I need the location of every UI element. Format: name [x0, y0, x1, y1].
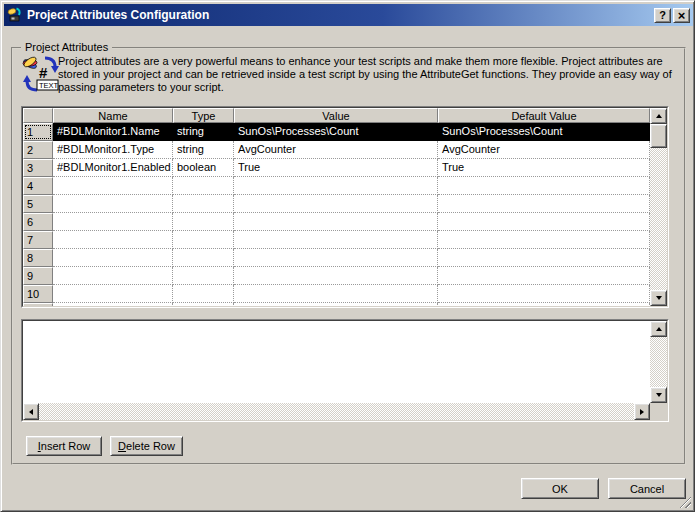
- row-number[interactable]: 7: [23, 231, 53, 249]
- cell-name[interactable]: #BDLMonitor1.Type: [53, 141, 173, 159]
- table-row[interactable]: 4: [23, 177, 650, 195]
- row-number[interactable]: 8: [23, 249, 53, 267]
- memo-horizontal-scrollbar[interactable]: [23, 403, 667, 420]
- cell-default-value[interactable]: [438, 195, 650, 213]
- row-number[interactable]: 5: [23, 195, 53, 213]
- cancel-button[interactable]: Cancel: [608, 478, 686, 499]
- table-row[interactable]: 6: [23, 213, 650, 231]
- window-title: Project Attributes Configuration: [27, 8, 652, 22]
- scroll-left-button[interactable]: [23, 403, 39, 420]
- cell-type[interactable]: [173, 267, 234, 285]
- cell-type[interactable]: [173, 177, 234, 195]
- scrollbar-track[interactable]: [39, 403, 634, 420]
- attributes-grid: Name Type Value Default Value 1 #BDLMoni…: [21, 106, 669, 308]
- delete-row-button[interactable]: Delete Row: [110, 436, 183, 456]
- hash-icon: #: [39, 64, 48, 81]
- cell-default-value[interactable]: AvgCounter: [438, 141, 650, 159]
- cell-name[interactable]: [53, 231, 173, 249]
- insert-row-button[interactable]: Insert Row: [26, 436, 102, 456]
- cell-default-value[interactable]: [438, 285, 650, 303]
- row-number[interactable]: 2: [23, 141, 53, 159]
- close-button[interactable]: ×: [673, 8, 690, 23]
- cell-value[interactable]: [234, 303, 438, 306]
- row-number[interactable]: 1: [23, 123, 53, 141]
- arrow-down-icon: [656, 393, 662, 397]
- row-number[interactable]: [23, 303, 53, 306]
- cell-name[interactable]: [53, 285, 173, 303]
- cell-type[interactable]: [173, 213, 234, 231]
- cell-value[interactable]: [234, 195, 438, 213]
- cell-name[interactable]: [53, 249, 173, 267]
- cell-default-value[interactable]: SunOs\Processes\Count: [438, 123, 650, 141]
- cell-default-value[interactable]: [438, 303, 650, 306]
- row-number[interactable]: 4: [23, 177, 53, 195]
- table-row[interactable]: 8: [23, 249, 650, 267]
- cell-name[interactable]: [53, 267, 173, 285]
- memo-text-area[interactable]: [23, 321, 650, 403]
- cell-name[interactable]: #BDLMonitor1.Enabled: [53, 159, 173, 177]
- row-number[interactable]: 3: [23, 159, 53, 177]
- cell-name[interactable]: [53, 177, 173, 195]
- grid-body: 1 #BDLMonitor1.Name string SunOs\Process…: [23, 123, 650, 306]
- cell-type[interactable]: [173, 195, 234, 213]
- table-row[interactable]: 1 #BDLMonitor1.Name string SunOs\Process…: [23, 123, 650, 141]
- cell-default-value[interactable]: [438, 231, 650, 249]
- attributes-icon: # TEXT: [22, 55, 60, 95]
- cell-value[interactable]: [234, 267, 438, 285]
- scrollbar-thumb[interactable]: [650, 124, 667, 148]
- scroll-right-button[interactable]: [634, 403, 650, 420]
- table-row[interactable]: 7: [23, 231, 650, 249]
- scroll-down-button[interactable]: [650, 290, 667, 306]
- cell-value[interactable]: True: [234, 159, 438, 177]
- table-row[interactable]: 2 #BDLMonitor1.Type string AvgCounter Av…: [23, 141, 650, 159]
- cell-value[interactable]: [234, 231, 438, 249]
- scroll-down-button[interactable]: [650, 387, 667, 403]
- cell-value[interactable]: SunOs\Processes\Count: [234, 123, 438, 141]
- ok-button[interactable]: OK: [521, 478, 599, 499]
- cell-value[interactable]: [234, 213, 438, 231]
- scrollbar-track[interactable]: [650, 148, 667, 290]
- scroll-up-button[interactable]: [650, 108, 667, 124]
- cell-default-value[interactable]: [438, 249, 650, 267]
- cell-type[interactable]: [173, 303, 234, 306]
- cell-name[interactable]: #BDLMonitor1.Name: [53, 123, 173, 141]
- cell-default-value[interactable]: [438, 213, 650, 231]
- row-focus-rect: [25, 125, 51, 139]
- scrollbar-track[interactable]: [650, 337, 667, 387]
- cell-type[interactable]: string: [173, 141, 234, 159]
- table-row[interactable]: 9: [23, 267, 650, 285]
- cell-value[interactable]: [234, 249, 438, 267]
- cell-value[interactable]: AvgCounter: [234, 141, 438, 159]
- row-number[interactable]: 9: [23, 267, 53, 285]
- cell-type[interactable]: [173, 285, 234, 303]
- table-row[interactable]: 3 #BDLMonitor1.Enabled boolean True True: [23, 159, 650, 177]
- table-row[interactable]: 5: [23, 195, 650, 213]
- arrow-right-icon: [640, 409, 644, 415]
- cell-value[interactable]: [234, 177, 438, 195]
- scrollbar-corner: [650, 403, 667, 420]
- group-description: Project attributes are a very powerful m…: [58, 55, 680, 94]
- cell-type[interactable]: boolean: [173, 159, 234, 177]
- cell-type[interactable]: string: [173, 123, 234, 141]
- grid-vertical-scrollbar[interactable]: [650, 108, 667, 306]
- arrow-up-icon: [656, 114, 662, 118]
- attribute-memo-box: [21, 319, 669, 422]
- cell-default-value[interactable]: True: [438, 159, 650, 177]
- table-row[interactable]: [23, 303, 650, 306]
- memo-vertical-scrollbar[interactable]: [650, 321, 667, 403]
- cell-name[interactable]: [53, 213, 173, 231]
- row-number[interactable]: 10: [23, 285, 53, 303]
- cell-type[interactable]: [173, 249, 234, 267]
- cell-name[interactable]: [53, 303, 173, 306]
- row-number[interactable]: 6: [23, 213, 53, 231]
- cell-default-value[interactable]: [438, 267, 650, 285]
- table-row[interactable]: 10: [23, 285, 650, 303]
- help-button[interactable]: ?: [654, 8, 671, 23]
- scroll-up-button[interactable]: [650, 321, 667, 337]
- arrow-down-icon: [656, 296, 662, 300]
- cell-value[interactable]: [234, 285, 438, 303]
- cell-type[interactable]: [173, 231, 234, 249]
- cell-default-value[interactable]: [438, 177, 650, 195]
- app-icon: [7, 7, 23, 23]
- cell-name[interactable]: [53, 195, 173, 213]
